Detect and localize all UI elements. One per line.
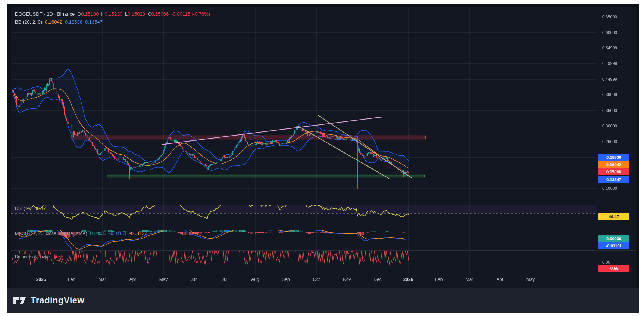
price-axis[interactable] <box>597 7 636 274</box>
chart-area: DOGEUSDT · 1D · Binance O0.15180 H0.1523… <box>11 7 636 288</box>
tradingview-logo-icon <box>13 295 27 306</box>
chart-canvas[interactable] <box>11 7 636 288</box>
tradingview-logo-text: TradingView <box>31 295 84 306</box>
tradingview-logo[interactable]: TradingView <box>13 295 84 306</box>
time-axis[interactable] <box>11 274 636 288</box>
logo-strip: TradingView <box>7 288 639 313</box>
chart-frame: DOGEUSDT · 1D · Binance O0.15180 H0.1523… <box>7 4 639 313</box>
